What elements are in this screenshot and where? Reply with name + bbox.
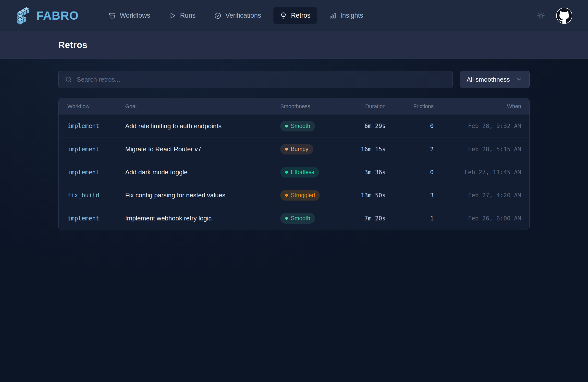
github-octocat-icon (557, 8, 572, 23)
workflow-name: implement (67, 169, 125, 176)
page-header: Retros (0, 31, 588, 59)
search-box (58, 71, 453, 88)
navbar-actions (537, 8, 572, 24)
sun-icon (537, 11, 545, 20)
main-content: All smoothness Workflow Goal Smoothness … (0, 59, 588, 230)
frictions-count: 0 (386, 123, 434, 130)
theme-toggle-button[interactable] (537, 11, 545, 20)
duration-value: 6m 29s (341, 123, 386, 130)
retros-table: Workflow Goal Smoothness Duration Fricti… (58, 98, 530, 230)
github-avatar[interactable] (556, 8, 572, 24)
table-header-row: Workflow Goal Smoothness Duration Fricti… (59, 98, 529, 114)
status-dot-icon (285, 217, 288, 220)
nav-label: Workflows (120, 12, 150, 19)
status-dot-icon (285, 148, 288, 151)
chevron-down-icon (516, 76, 523, 83)
archive-icon (108, 12, 116, 19)
smoothness-cell: Bumpy (280, 144, 341, 155)
search-input[interactable] (77, 76, 446, 83)
fabro-logo-icon (16, 6, 31, 25)
nav-label: Insights (340, 12, 363, 19)
smoothness-filter-dropdown[interactable]: All smoothness (460, 71, 530, 88)
smoothness-cell: Smooth (280, 121, 341, 132)
smoothness-cell: Smooth (280, 213, 341, 224)
smoothness-label: Smooth (291, 123, 310, 130)
smoothness-badge: Struggled (280, 190, 320, 201)
smoothness-label: Smooth (291, 215, 310, 222)
duration-value: 7m 20s (341, 215, 386, 222)
nav-item-verifications[interactable]: Verifications (208, 7, 268, 24)
filter-selected-value: All smoothness (467, 76, 510, 83)
column-header-smoothness: Smoothness (280, 103, 341, 110)
column-header-goal: Goal (125, 103, 280, 110)
table-row[interactable]: implement Migrate to React Router v7 Bum… (59, 137, 529, 161)
duration-value: 3m 36s (341, 169, 386, 176)
when-timestamp: Feb 28, 9:32 AM (434, 123, 521, 130)
toolbar: All smoothness (58, 71, 530, 88)
goal-text: Add dark mode toggle (125, 168, 280, 176)
smoothness-cell: Struggled (280, 190, 341, 201)
workflow-name: implement (67, 215, 125, 222)
frictions-count: 3 (386, 192, 434, 199)
frictions-count: 2 (386, 146, 434, 153)
status-dot-icon (285, 194, 288, 197)
workflow-name: fix_build (67, 192, 125, 199)
when-timestamp: Feb 28, 5:15 AM (434, 146, 521, 153)
workflow-name: implement (67, 146, 125, 153)
frictions-count: 1 (386, 215, 434, 222)
duration-value: 16m 15s (341, 146, 386, 153)
top-navbar: FABRO Workflows Runs (0, 0, 588, 31)
when-timestamp: Feb 27, 4:20 AM (434, 192, 521, 199)
brand[interactable]: FABRO (16, 6, 79, 25)
nav-label: Runs (180, 12, 195, 19)
frictions-count: 0 (386, 169, 434, 176)
smoothness-label: Struggled (291, 192, 315, 199)
goal-text: Fix config parsing for nested values (125, 191, 280, 199)
smoothness-badge: Bumpy (280, 144, 313, 155)
page-title: Retros (58, 40, 87, 50)
status-dot-icon (285, 125, 288, 128)
table-row[interactable]: implement Implement webhook retry logic … (59, 207, 529, 230)
smoothness-label: Effortless (291, 169, 314, 176)
duration-value: 13m 50s (341, 192, 386, 199)
app-root: FABRO Workflows Runs (0, 0, 588, 382)
table-body: implement Add rate limiting to auth endp… (59, 114, 529, 230)
column-header-workflow: Workflow (67, 103, 125, 110)
goal-text: Migrate to React Router v7 (125, 145, 280, 153)
when-timestamp: Feb 26, 6:00 AM (434, 215, 521, 222)
lightbulb-icon (280, 12, 287, 19)
main-nav: Workflows Runs Verifications (102, 7, 369, 24)
when-timestamp: Feb 27, 11:45 AM (434, 169, 521, 176)
column-header-frictions: Frictions (386, 103, 434, 110)
column-header-duration: Duration (341, 103, 386, 110)
smoothness-badge: Effortless (280, 167, 319, 178)
smoothness-badge: Smooth (280, 213, 315, 224)
status-dot-icon (285, 171, 288, 174)
table-row[interactable]: implement Add dark mode toggle Effortles… (59, 161, 529, 184)
goal-text: Implement webhook retry logic (125, 215, 280, 222)
play-icon (169, 12, 176, 19)
table-row[interactable]: implement Add rate limiting to auth endp… (59, 114, 529, 137)
smoothness-label: Bumpy (291, 146, 309, 153)
brand-name: FABRO (36, 9, 79, 22)
nav-label: Verifications (225, 12, 261, 19)
nav-item-workflows[interactable]: Workflows (102, 7, 157, 24)
goal-text: Add rate limiting to auth endpoints (125, 122, 280, 130)
column-header-when: When (434, 103, 521, 110)
badge-check-icon (214, 12, 221, 19)
nav-item-insights[interactable]: Insights (323, 7, 369, 24)
nav-label: Retros (291, 12, 311, 19)
smoothness-cell: Effortless (280, 167, 341, 178)
nav-item-runs[interactable]: Runs (162, 7, 202, 24)
workflow-name: implement (67, 123, 125, 130)
smoothness-badge: Smooth (280, 121, 315, 132)
nav-item-retros[interactable]: Retros (273, 7, 317, 24)
bar-chart-icon (329, 12, 336, 19)
search-icon (65, 76, 72, 83)
table-row[interactable]: fix_build Fix config parsing for nested … (59, 184, 529, 207)
